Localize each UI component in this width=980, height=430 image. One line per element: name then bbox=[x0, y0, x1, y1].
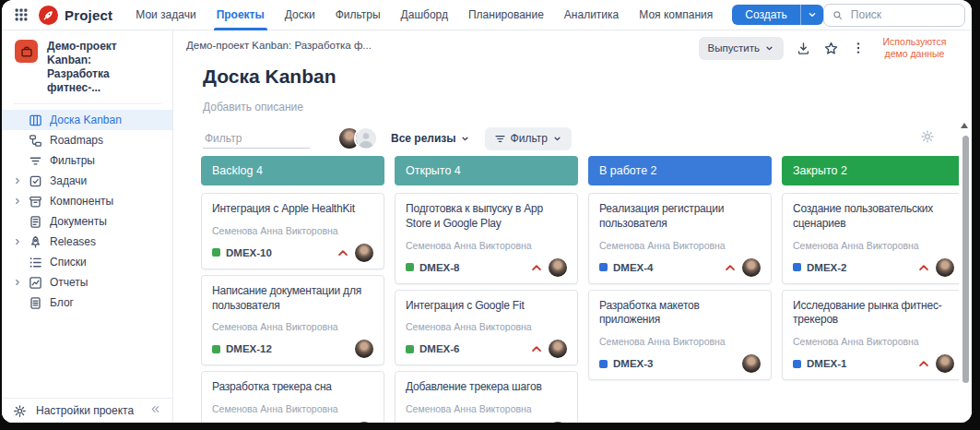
card-title: Разработка трекера сна bbox=[212, 380, 373, 395]
kanban-card[interactable]: Интеграция с Apple HealthKitСеменова Анн… bbox=[201, 193, 384, 269]
issue-type-icon bbox=[212, 248, 220, 257]
card-assignee-avatar bbox=[549, 340, 567, 358]
board-icon bbox=[28, 113, 42, 127]
card-assignee: Семенова Анна Викторовна bbox=[406, 403, 567, 414]
create-button-label[interactable]: Создать bbox=[732, 5, 800, 25]
sidebar-item-roadmaps[interactable]: Roadmaps bbox=[2, 130, 172, 150]
sidebar-item-blog[interactable]: Блог bbox=[2, 293, 172, 313]
card-title: Реализация регистрации пользователя bbox=[599, 202, 761, 232]
card-assignee-avatar bbox=[742, 354, 761, 373]
sidebar-item-components[interactable]: Компоненты bbox=[2, 191, 172, 211]
demo-data-notice: Используются демо данные bbox=[878, 36, 951, 60]
sidebar-item-releases[interactable]: Releases bbox=[2, 232, 172, 252]
board-settings-gear-icon[interactable] bbox=[920, 129, 935, 144]
nav-item-boards[interactable]: Доски bbox=[275, 0, 325, 30]
star-icon[interactable] bbox=[823, 41, 839, 56]
collapse-sidebar-icon[interactable] bbox=[149, 402, 161, 419]
card-bottom-row: DMEX-9 bbox=[212, 422, 373, 423]
card-bottom-row: DMEX-6 bbox=[406, 340, 567, 358]
issue-key: DMEX-8 bbox=[419, 262, 529, 273]
create-button[interactable]: Создать bbox=[732, 5, 823, 25]
kanban-board: Backlog 4Интеграция с Apple HealthKitСем… bbox=[201, 156, 959, 423]
scrollbar-thumb[interactable] bbox=[962, 136, 969, 383]
card-assignee-avatar bbox=[936, 354, 954, 373]
issue-key: DMEX-3 bbox=[613, 358, 742, 369]
issue-type-icon bbox=[212, 345, 220, 353]
expand-chevron-icon[interactable] bbox=[11, 237, 24, 246]
filter-icon bbox=[494, 133, 506, 145]
assignee-avatar-placeholder[interactable] bbox=[354, 126, 378, 150]
documents-icon bbox=[28, 214, 42, 229]
components-icon bbox=[28, 194, 42, 209]
issue-type-icon bbox=[793, 360, 801, 368]
board-filter-input[interactable] bbox=[203, 129, 310, 149]
kanban-card[interactable]: Добавление трекера шаговСеменова Анна Ви… bbox=[395, 371, 578, 423]
card-assignee: Семенова Анна Викторовна bbox=[793, 240, 954, 251]
search-box[interactable] bbox=[823, 4, 965, 27]
expand-chevron-icon[interactable] bbox=[11, 278, 24, 287]
sidebar-item-lists[interactable]: Списки bbox=[2, 252, 172, 272]
all-releases-dropdown[interactable]: Все релизы bbox=[391, 132, 470, 145]
card-assignee: Семенова Анна Викторовна bbox=[212, 225, 373, 236]
project-briefcase-icon bbox=[15, 40, 38, 63]
project-header[interactable]: Демо-проект Kanban: Разработка фитнес-..… bbox=[2, 30, 172, 103]
card-title: Подготовка к выпуску в App Store и Googl… bbox=[406, 202, 567, 232]
nav-item-filters[interactable]: Фильтры bbox=[325, 0, 391, 30]
scrollbar-up-arrow[interactable] bbox=[961, 123, 968, 128]
sidebar-item-kanban-board[interactable]: Доска Kanban bbox=[2, 110, 172, 130]
chevron-down-icon bbox=[552, 134, 562, 144]
nav-item-my-company[interactable]: Моя компания bbox=[629, 0, 723, 30]
sidebar-item-reports[interactable]: Отчеты bbox=[2, 272, 172, 293]
kebab-menu-icon[interactable] bbox=[851, 41, 866, 55]
expand-chevron-icon[interactable] bbox=[11, 176, 24, 185]
breadcrumb[interactable]: Демо-проект Kanban: Разработка ф... bbox=[186, 40, 372, 51]
kanban-card[interactable]: Исследование рынка фитнес-трекеровСемено… bbox=[782, 290, 959, 381]
sidebar-item-label: Блог bbox=[50, 296, 74, 309]
kanban-card[interactable]: Реализация регистрации пользователяСемен… bbox=[588, 193, 772, 284]
column-cards: Создание пользовательских сценариевСемен… bbox=[782, 193, 959, 380]
expand-chevron-icon[interactable] bbox=[11, 197, 24, 206]
issue-key: DMEX-1 bbox=[807, 358, 916, 369]
card-assignee-avatar bbox=[355, 340, 373, 358]
nav-item-dashboard[interactable]: Дашборд bbox=[391, 0, 458, 30]
project-settings-row[interactable]: Настройки проекта bbox=[2, 398, 172, 423]
issue-type-icon bbox=[793, 263, 801, 271]
sidebar-item-filters[interactable]: Фильтры bbox=[2, 150, 172, 171]
search-input[interactable] bbox=[849, 7, 957, 22]
nav-item-planning[interactable]: Планирование bbox=[458, 0, 554, 30]
kanban-card[interactable]: Разработка трекера снаСеменова Анна Викт… bbox=[201, 371, 384, 423]
kanban-card[interactable]: Создание пользовательских сценариевСемен… bbox=[782, 193, 959, 284]
topbar: Project Мои задачиПроектыДоскиФильтрыДаш… bbox=[2, 0, 972, 30]
settings-gear-icon bbox=[13, 404, 27, 418]
filter-row: Все релизы Фильтр bbox=[203, 126, 935, 150]
nav-item-analytics[interactable]: Аналитика bbox=[554, 0, 629, 30]
sidebar-item-documents[interactable]: Документы bbox=[2, 211, 172, 232]
kanban-card[interactable]: Написание документации для пользователяС… bbox=[201, 275, 384, 366]
kanban-card[interactable]: Подготовка к выпуску в App Store и Googl… bbox=[395, 193, 578, 284]
app-logo[interactable]: Project bbox=[39, 6, 112, 25]
kanban-card[interactable]: Интеграция с Google FitСеменова Анна Вик… bbox=[395, 290, 578, 366]
create-dropdown-caret[interactable] bbox=[800, 5, 823, 25]
filter-dropdown-button[interactable]: Фильтр bbox=[485, 127, 572, 150]
card-assignee: Семенова Анна Викторовна bbox=[599, 336, 761, 347]
nav-item-my-tasks[interactable]: Мои задачи bbox=[125, 0, 206, 30]
issue-key: DMEX-4 bbox=[613, 262, 723, 273]
column-header: Закрыто 2 bbox=[782, 156, 959, 185]
apps-grid-icon[interactable] bbox=[9, 3, 33, 27]
add-description-link[interactable]: Добавить описание bbox=[203, 101, 303, 113]
card-assignee-avatar bbox=[549, 258, 567, 277]
sidebar-item-label: Документы bbox=[50, 215, 107, 228]
sidebar-item-label: Releases bbox=[50, 235, 96, 248]
issue-type-icon bbox=[599, 263, 608, 271]
issue-type-icon bbox=[406, 263, 414, 271]
nav-item-projects[interactable]: Проекты bbox=[207, 0, 275, 30]
sidebar-item-tasks[interactable]: Задачи bbox=[2, 171, 172, 191]
board-column: Открыто 4Подготовка к выпуску в App Stor… bbox=[395, 156, 578, 423]
card-bottom-row: DMEX-12 bbox=[212, 340, 373, 358]
release-button[interactable]: Выпустить bbox=[699, 37, 784, 60]
column-title: Backlog 4 bbox=[212, 164, 263, 177]
filter-button-label: Фильтр bbox=[511, 132, 548, 145]
kanban-card[interactable]: Разработка макетов приложенияСеменова Ан… bbox=[588, 290, 772, 381]
download-icon[interactable] bbox=[796, 41, 811, 56]
card-title: Разработка макетов приложения bbox=[599, 299, 761, 328]
